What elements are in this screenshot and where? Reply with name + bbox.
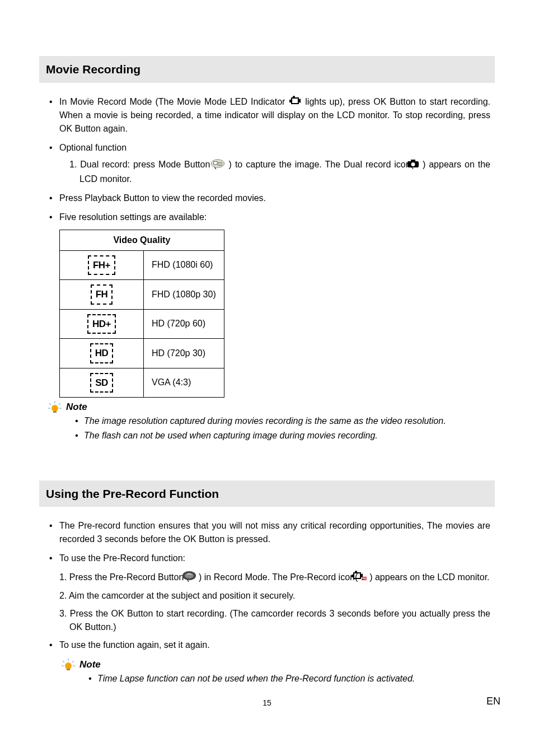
dual-record-camera-icon	[417, 158, 419, 172]
svg-line-14	[59, 403, 60, 405]
note-item: The flash can not be used when capturing…	[75, 429, 490, 442]
note-block-1: Note The image resolution captured durin…	[47, 400, 490, 444]
quality-icon-hd-plus: HD+	[87, 314, 116, 334]
svg-rect-11	[53, 411, 57, 413]
svg-line-13	[49, 403, 51, 405]
section-title: Using the Pre-Record Function	[46, 485, 488, 503]
footer: 15 EN	[0, 697, 534, 709]
quality-icon-hd: HD	[90, 343, 114, 363]
bullet-resolutions: Five resolution settings are available:	[49, 211, 490, 224]
quality-icon-fh: FH	[91, 284, 113, 305]
note-item: Time Lapse function can not be used when…	[88, 672, 490, 685]
table-row: HD+ HD (720p 60)	[60, 309, 224, 339]
svg-point-9	[411, 162, 415, 166]
bullet-use-again: To use the function again, set it again.	[49, 638, 490, 652]
quality-icon-fh-plus: FH+	[88, 255, 115, 276]
note-item: The image resolution captured during mov…	[75, 414, 490, 428]
quality-label: HD (720p 60)	[144, 309, 224, 339]
svg-point-2	[293, 96, 295, 98]
svg-rect-1	[292, 98, 298, 104]
bullet-movie-mode: In Movie Record Mode (The Movie Mode LED…	[49, 95, 490, 136]
table-row: SD VGA (4:3)	[60, 368, 224, 398]
camcorder-led-icon	[288, 95, 302, 109]
quality-label: HD (720p 30)	[144, 339, 224, 368]
section-header-movie-recording: Movie Recording	[39, 56, 495, 83]
step-1: 1. Press the Pre-Record Button ( ) in Re…	[59, 571, 490, 585]
svg-rect-25	[67, 669, 70, 670]
language-label: EN	[486, 694, 500, 709]
svg-text:PRE: PRE	[361, 577, 367, 580]
lightbulb-icon	[47, 400, 63, 416]
pre-record-button-icon	[192, 571, 196, 585]
note-block-2: Note Time Lapse function can not be used…	[60, 657, 490, 687]
step-2: 2. Aim the camcorder at the subject and …	[59, 589, 490, 603]
svg-rect-20	[354, 573, 360, 578]
quality-label: VGA (4:3)	[144, 368, 224, 398]
svg-rect-19	[352, 575, 353, 577]
svg-line-28	[72, 661, 74, 662]
page-number: 15	[0, 697, 534, 709]
video-quality-table: Video Quality FH+ FHD (1080i 60) FH FHD …	[59, 230, 224, 398]
quality-label: FHD (1080i 60)	[144, 250, 224, 280]
section1-content: In Movie Record Mode (The Movie Mode LED…	[39, 95, 495, 460]
svg-rect-0	[289, 100, 291, 102]
section-title: Movie Recording	[46, 60, 488, 78]
note-title: Note	[79, 657, 490, 672]
svg-rect-5	[218, 162, 222, 165]
mode-button-icon	[220, 158, 226, 172]
table-header: Video Quality	[60, 230, 224, 250]
section2-content: The Pre-record function ensures that you…	[39, 519, 495, 703]
quality-icon-sd: SD	[90, 373, 113, 393]
pre-record-mode-icon: PRE	[360, 571, 367, 585]
quality-label: FHD (1080p 30)	[144, 280, 224, 310]
table-row: FH+ FHD (1080i 60)	[60, 250, 224, 280]
lightbulb-icon	[60, 657, 76, 673]
bullet-prerecord-use: To use the Pre-Record function:	[49, 552, 490, 565]
section-header-pre-record: Using the Pre-Record Function	[39, 480, 495, 507]
bullet-optional-function: Optional function 1. Dual record: press …	[49, 141, 490, 185]
note-title: Note	[66, 400, 490, 414]
svg-rect-8	[411, 160, 415, 162]
table-row: HD HD (720p 30)	[60, 339, 224, 368]
svg-point-21	[355, 571, 357, 573]
step-3: 3. Press the OK Button to start recordin…	[59, 607, 490, 634]
bullet-playback: Press Playback Button to view the record…	[49, 192, 490, 205]
svg-point-24	[65, 662, 72, 669]
subbullet-dual-record: 1. Dual record: press Mode Button ( ) to…	[69, 158, 490, 185]
svg-point-10	[51, 405, 58, 412]
svg-rect-4	[213, 161, 217, 164]
bullet-prerecord-intro: The Pre-record function ensures that you…	[49, 519, 490, 546]
table-row: FH FHD (1080p 30)	[60, 280, 224, 310]
svg-point-3	[211, 159, 224, 167]
svg-line-27	[63, 661, 64, 662]
